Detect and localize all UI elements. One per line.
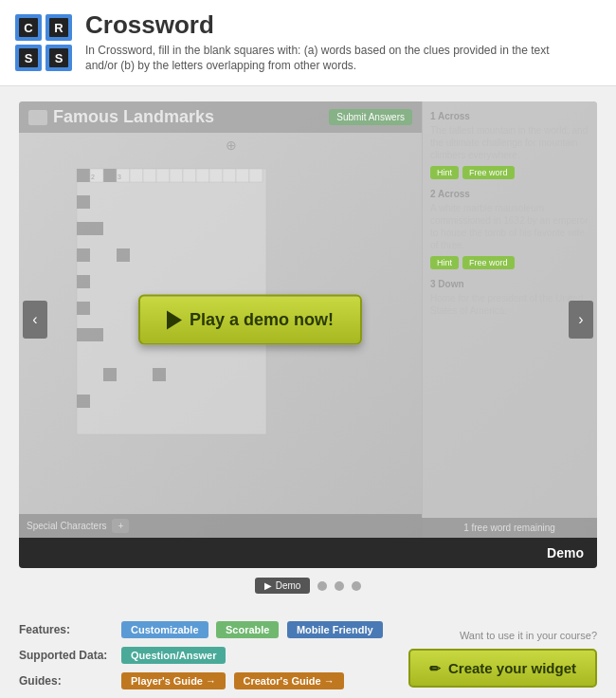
page-description: In Crossword, fill in the blank squares … [85,43,578,75]
clue-2-text: A white marble mausoleum commissioned in… [430,202,589,251]
supported-data-label: Supported Data: [19,649,114,662]
clue-1-section: 1 Across The tallest mountain in the wor… [430,111,589,179]
chevron-right-icon: › [578,311,583,328]
special-chars-bar: Special Characters + [19,514,422,538]
clue-3-text: Home for the president of the United Sta… [430,292,589,317]
crossword-titlebar: Famous Landmarks Submit Answers [19,101,422,133]
create-widget-label: Create your widget [448,660,576,676]
features-right: Want to use it in your course? ✏ Create … [408,620,597,697]
clue-2-section: 2 Across A white marble mausoleum commis… [430,189,589,269]
clue-2-title: 2 Across [430,189,589,199]
svg-text:C: C [24,21,33,35]
svg-text:S: S [55,51,63,65]
svg-rect-16 [77,222,90,235]
clue-2-buttons: Hint Free word [430,256,589,269]
demo-label: Demo [547,545,584,560]
nav-next-button[interactable]: › [569,301,593,339]
guides-row: Guides: Player's Guide → Creator's Guide… [19,671,390,689]
main-content: Famous Landmarks Submit Answers ⊕ [0,86,616,611]
guide-links: Player's Guide → Creator's Guide → [121,671,348,689]
svg-text:R: R [54,21,63,35]
carousel-dot-4[interactable] [352,581,361,591]
want-text: Want to use it in your course? [460,630,597,641]
crossword-title: Famous Landmarks [53,107,214,127]
clue-2-free-word-button[interactable]: Free word [462,256,515,269]
svg-text:1: 1 [78,174,82,180]
submit-answers-button[interactable]: Submit Answers [329,109,412,125]
clue-3-title: 3 Down [430,279,589,289]
badge-mobile-friendly: Mobile Friendly [287,621,383,638]
svg-text:S: S [25,51,33,65]
supported-data-row: Supported Data: Question/Answer [19,646,390,664]
demo-container: Famous Landmarks Submit Answers ⊕ [19,101,597,568]
carousel-dot-2[interactable] [317,581,327,591]
demo-bottom-bar: Demo [19,538,597,568]
demo-inner: Famous Landmarks Submit Answers ⊕ [19,101,597,538]
create-widget-button[interactable]: ✏ Create your widget [408,649,597,688]
play-demo-overlay[interactable]: Play a demo now! [138,295,362,345]
svg-rect-24 [103,368,117,381]
pencil-icon: ✏ [429,661,441,676]
svg-rect-19 [117,248,130,262]
svg-rect-25 [153,368,166,381]
free-word-bar: 1 free word remaining [422,518,597,538]
svg-rect-26 [77,395,90,408]
svg-rect-35 [209,169,223,182]
play-demo-button[interactable]: Play a demo now! [138,295,362,345]
supported-data-badges: Question/Answer [121,646,229,664]
features-section: Features: Customizable Scorable Mobile F… [0,611,616,698]
features-left: Features: Customizable Scorable Mobile F… [19,620,390,697]
svg-rect-32 [170,169,183,182]
svg-rect-18 [77,248,90,262]
svg-rect-14 [103,169,117,182]
app-header: C R S S Crossword In Crossword, fill in … [0,0,616,86]
carousel-play-icon: ▶ [264,580,272,591]
svg-rect-21 [77,302,90,315]
carousel-demo-label: Demo [276,580,301,591]
carousel-dot-3[interactable] [335,581,344,591]
clue-1-buttons: Hint Free word [430,166,589,179]
play-triangle-icon [167,310,182,329]
svg-rect-22 [77,328,90,341]
svg-rect-34 [196,169,209,182]
svg-rect-38 [249,169,263,182]
svg-rect-23 [90,328,103,341]
clue-1-title: 1 Across [430,111,589,121]
free-word-remaining-label: 1 free word remaining [463,523,555,533]
clue-2-hint-button[interactable]: Hint [430,256,459,269]
header-text-block: Crossword In Crossword, fill in the blan… [85,11,578,74]
play-demo-label: Play a demo now! [190,310,334,330]
svg-text:2: 2 [91,174,95,180]
badge-question-answer: Question/Answer [121,647,226,664]
app-logo: C R S S [15,14,72,71]
svg-rect-17 [90,222,103,235]
chevron-left-icon: ‹ [32,311,37,328]
svg-rect-15 [77,195,90,209]
badge-customizable: Customizable [121,621,208,638]
svg-rect-20 [77,275,90,288]
carousel-demo-tab[interactable]: ▶ Demo [255,578,311,594]
special-chars-add-button[interactable]: + [112,519,129,533]
clue-1-hint-button[interactable]: Hint [430,166,459,179]
nav-prev-button[interactable]: ‹ [23,301,47,339]
clue-1-free-word-button[interactable]: Free word [462,166,515,179]
features-row: Features: Customizable Scorable Mobile F… [19,620,390,638]
svg-text:3: 3 [118,174,121,180]
clue-3-section: 3 Down Home for the president of the Uni… [430,279,589,317]
creator-guide-link[interactable]: Creator's Guide → [234,672,344,689]
special-chars-label: Special Characters [27,521,106,531]
titlebar-left: Famous Landmarks [28,107,214,127]
svg-rect-36 [223,169,236,182]
crossword-screenshot: Famous Landmarks Submit Answers ⊕ [19,101,597,538]
zoom-icon[interactable]: ⊕ [226,138,237,153]
features-label: Features: [19,623,114,636]
badge-scorable: Scorable [216,621,279,638]
svg-rect-37 [236,169,249,182]
svg-rect-33 [183,169,196,182]
svg-rect-29 [130,169,143,182]
svg-rect-31 [156,169,170,182]
player-guide-link[interactable]: Player's Guide → [121,672,226,689]
clue-1-text: The tallest mountain in the world, and t… [430,124,589,161]
features-badges: Customizable Scorable Mobile Friendly [121,620,387,638]
page-title: Crossword [85,11,578,39]
